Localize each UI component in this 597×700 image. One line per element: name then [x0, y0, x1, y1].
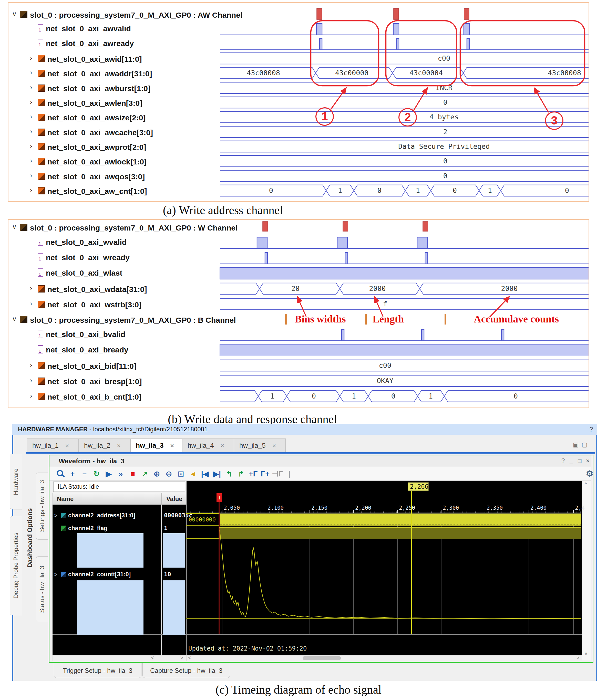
expand-chevron-icon[interactable]: ›: [30, 298, 38, 309]
table-row-channel2_address[31:0][interactable]: >channel2_address[31:0]: [54, 511, 159, 520]
run-trigger-icon[interactable]: ↻: [91, 469, 102, 479]
tab-hw_ila_4[interactable]: hw_ila_4×: [182, 439, 234, 452]
expand-chevron-icon[interactable]: ›: [30, 111, 38, 122]
zoom-in-icon[interactable]: ⊕: [151, 469, 162, 479]
signal-row-group[interactable]: ∨slot_0 : processing_system7_0_M_AXI_GP0…: [11, 221, 238, 232]
tab-hw_ila_2[interactable]: hw_ila_2×: [79, 439, 130, 452]
tab-close-icon[interactable]: ×: [170, 442, 174, 449]
tab-Capture Setup - hw_ila_3[interactable]: Capture Setup - hw_ila_3: [142, 664, 230, 678]
signal-row-net[interactable]: net_slot_0_axi_awvalid: [11, 23, 131, 34]
maximize-window-icon[interactable]: ▢: [582, 441, 588, 448]
scroll-down-icon[interactable]: v: [585, 651, 587, 656]
zoom-out-icon[interactable]: ⊖: [164, 469, 174, 479]
help-icon[interactable]: ?: [589, 424, 593, 435]
expand-chevron-icon[interactable]: ›: [30, 359, 38, 371]
scroll-right-icon[interactable]: >: [181, 655, 184, 661]
expand-chevron-icon[interactable]: ›: [30, 170, 38, 181]
signal-row-net[interactable]: ›net_slot_0_axi_awsize[2:0]: [11, 111, 146, 122]
run-immediate-icon[interactable]: ▶: [103, 469, 114, 479]
sidebar-tab-status[interactable]: Status - hw_ila_3: [36, 556, 48, 622]
expand-chevron-icon[interactable]: ›: [30, 96, 38, 107]
collapse-chevron-icon[interactable]: ∨: [12, 313, 20, 325]
tab-hw_ila_1[interactable]: hw_ila_1×: [27, 439, 79, 452]
close-icon[interactable]: ×: [586, 457, 590, 465]
waveform-window-header[interactable]: Waveform - hw_ila_3 ?_□×: [49, 455, 591, 467]
signal-row-group[interactable]: ∨slot_0 : processing_system7_0_M_AXI_GP0…: [11, 313, 236, 325]
wave-vscrollbar[interactable]: ^ v: [582, 481, 591, 660]
collapse-chevron-icon[interactable]: ∨: [12, 221, 20, 232]
expand-chevron-icon[interactable]: ›: [30, 390, 38, 401]
sidebar-tab-settings[interactable]: Settings - hw_ila_3: [36, 473, 48, 540]
tab-close-icon[interactable]: ×: [65, 442, 69, 449]
remove-icon[interactable]: −: [79, 469, 90, 479]
signal-row-net[interactable]: ›net_slot_0_axi_b_cnt[1:0]: [11, 390, 141, 401]
previous-transition-icon[interactable]: ↰: [224, 469, 235, 479]
goto-end-icon[interactable]: ▶|: [212, 469, 222, 479]
scroll-left-icon[interactable]: <: [188, 655, 191, 661]
scroll-up-icon[interactable]: ^: [585, 481, 587, 488]
signal-row-net[interactable]: net_slot_0_axi_wready: [11, 252, 130, 263]
table-header-name[interactable]: Name: [52, 493, 162, 505]
goto-marker-icon[interactable]: Γ+: [260, 469, 270, 479]
signal-row-net[interactable]: net_slot_0_axi_wlast: [11, 267, 122, 278]
signal-row-group[interactable]: ∨slot_0 : processing_system7_0_M_AXI_GP0…: [11, 8, 242, 20]
signal-row-net[interactable]: ›net_slot_0_axi_awid[11:0]: [11, 52, 142, 64]
tab-Trigger Setup - hw_ila_3[interactable]: Trigger Setup - hw_ila_3: [54, 664, 141, 678]
expand-chevron-icon[interactable]: ›: [30, 155, 38, 166]
signal-row-net[interactable]: ›net_slot_0_axi_bresp[1:0]: [11, 375, 142, 386]
signal-row-net[interactable]: net_slot_0_axi_wvalid: [11, 236, 126, 248]
expand-chevron-icon[interactable]: >: [54, 570, 61, 579]
expand-chevron-icon[interactable]: ›: [30, 282, 38, 294]
scrollbar-thumb[interactable]: [303, 656, 341, 660]
column-separator-1[interactable]: [161, 505, 162, 655]
minimize-icon[interactable]: _: [570, 457, 573, 465]
signal-row-net[interactable]: ›net_slot_0_axi_awcache[3:0]: [11, 126, 153, 137]
add-marker-icon[interactable]: +Γ: [248, 469, 259, 479]
search-icon[interactable]: [55, 469, 66, 479]
signal-row-net[interactable]: ›net_slot_0_axi_wstrb[3:0]: [11, 298, 141, 309]
marker-pair-icon[interactable]: |↔|: [284, 469, 295, 479]
stop-icon[interactable]: ■: [127, 469, 138, 479]
tab-close-icon[interactable]: ×: [117, 442, 121, 449]
column-separator-2[interactable]: [186, 481, 187, 655]
table-row-channel2_flag[interactable]: channel2_flag: [54, 524, 159, 533]
add-icon[interactable]: +: [67, 469, 78, 479]
signal-row-net[interactable]: ›net_slot_0_axi_awburst[1:0]: [11, 82, 150, 93]
run-all-icon[interactable]: »: [115, 469, 126, 479]
zoom-fit-icon[interactable]: ⊡: [175, 469, 186, 479]
table-hscrollbar[interactable]: < >: [52, 655, 186, 661]
tab-hw_ila_5[interactable]: hw_ila_5×: [234, 439, 286, 452]
table-header-value[interactable]: Value: [162, 493, 186, 505]
signal-row-net[interactable]: net_slot_0_axi_bready: [11, 344, 128, 355]
tab-close-icon[interactable]: ×: [221, 442, 224, 449]
help-icon[interactable]: ?: [562, 457, 565, 465]
signal-row-net[interactable]: ›net_slot_0_axi_awaddr[31:0]: [11, 67, 152, 78]
signal-row-net[interactable]: ›net_slot_0_axi_awlock[1:0]: [11, 155, 147, 166]
signal-row-net[interactable]: ›net_slot_0_axi_aw_cnt[1:0]: [11, 184, 147, 196]
maximize-icon[interactable]: □: [578, 457, 582, 465]
sidebar-tab-hardware[interactable]: Hardware: [10, 454, 22, 509]
float-window-icon[interactable]: ▣: [573, 441, 579, 448]
sidebar-tab-debug-probe-properties[interactable]: Debug Probe Properties: [10, 516, 22, 615]
tab-close-icon[interactable]: ×: [272, 442, 276, 449]
settings-gear-icon[interactable]: ⚙: [584, 469, 595, 479]
signal-row-net[interactable]: net_slot_0_axi_awready: [11, 38, 134, 49]
goto-trigger-icon[interactable]: ◄: [188, 469, 198, 479]
expand-chevron-icon[interactable]: ›: [30, 375, 38, 386]
tab-hw_ila_3[interactable]: hw_ila_3×: [130, 439, 182, 453]
next-transition-icon[interactable]: ↱: [236, 469, 246, 479]
signal-row-net[interactable]: ›net_slot_0_axi_bid[11:0]: [11, 359, 136, 371]
expand-chevron-icon[interactable]: >: [54, 511, 61, 520]
table-row-channel2_countt[31:0][interactable]: >channel2_countt[31:0]: [54, 570, 159, 579]
signal-row-net[interactable]: net_slot_0_axi_bvalid: [11, 329, 125, 340]
collapse-chevron-icon[interactable]: ∨: [12, 8, 20, 20]
expand-chevron-icon[interactable]: ›: [30, 140, 38, 152]
wave-hscrollbar[interactable]: < >: [186, 655, 582, 661]
prev-marker-icon[interactable]: ⊣Γ: [272, 469, 283, 479]
signal-row-net[interactable]: ›net_slot_0_axi_wdata[31:0]: [11, 282, 147, 294]
expand-chevron-icon[interactable]: ›: [30, 67, 38, 78]
goto-start-icon[interactable]: |◀: [199, 469, 210, 479]
expand-chevron-icon[interactable]: ›: [30, 184, 38, 196]
signal-row-net[interactable]: ›net_slot_0_axi_awlen[3:0]: [11, 96, 142, 107]
expand-chevron-icon[interactable]: ›: [30, 52, 38, 64]
